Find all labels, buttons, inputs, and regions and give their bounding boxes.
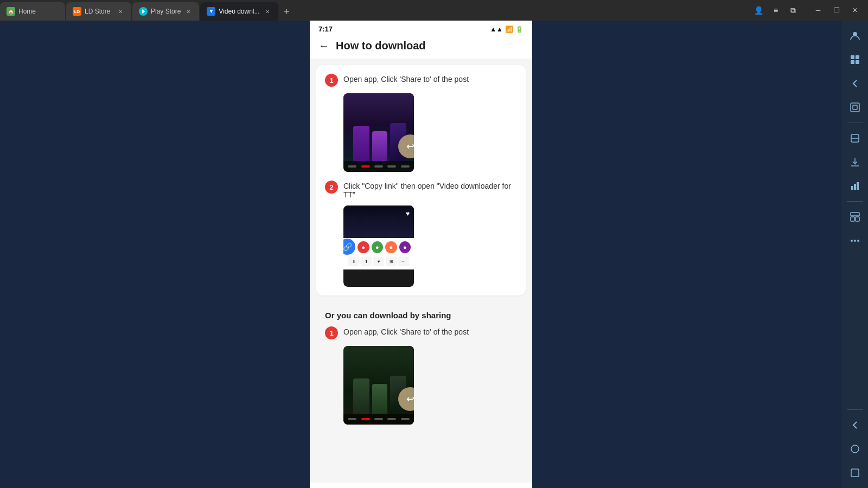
restore-window-icon[interactable]: ⧉ — [786, 3, 801, 18]
battery-icon: 🔋 — [515, 25, 524, 33]
new-tab-button[interactable]: + — [279, 4, 295, 20]
svg-rect-13 — [854, 184, 856, 190]
step-2-image: ♥ 🔗 ● ● ● ● ⬇ ⬆ — [343, 206, 414, 287]
ctrl-dot-1 — [348, 165, 356, 168]
tab-ld-store[interactable]: LD LD Store ✕ — [66, 2, 131, 21]
copy-link-button[interactable]: 🔗 — [343, 239, 355, 255]
content-area[interactable]: 1 Open app, Click 'Share to' of the post — [310, 59, 532, 483]
svg-rect-7 — [851, 103, 859, 112]
tabs-bar: 🏠 Home LD LD Store ✕ Play Store ✕ ▼ Vide… — [0, 0, 746, 21]
browser-controls: 👤 ≡ ⧉ — [746, 3, 805, 18]
tab-home-label: Home — [18, 8, 59, 15]
restore-button[interactable]: ❐ — [828, 0, 845, 21]
share-action-1: ⬇ — [348, 256, 359, 266]
alt-step-1-badge: 1 — [325, 326, 338, 339]
hamburger-icon[interactable]: ≡ — [768, 3, 783, 18]
alt-ctrl-dot-1 — [348, 418, 356, 420]
step-1-screenshot: ↩ — [343, 93, 517, 172]
svg-rect-14 — [857, 182, 859, 190]
close-button[interactable]: ✕ — [846, 0, 864, 21]
window-controls: ─ ❐ ✕ — [805, 0, 868, 21]
alt-step-1-text: Open app, Click 'Share to' of the post — [343, 326, 469, 336]
step-1-row: 1 Open app, Click 'Share to' of the post — [325, 74, 517, 87]
sidebar-layout-icon[interactable] — [844, 206, 866, 228]
status-bar: 7:17 ▲▲ 📶 🔋 — [310, 21, 532, 35]
video-thumbnail-1 — [343, 93, 414, 172]
sidebar-back-nav-icon[interactable] — [844, 414, 866, 436]
sidebar-circle-icon[interactable] — [844, 438, 866, 460]
alt-ctrl-dot-4 — [387, 418, 396, 420]
tab-video-label: Video downl... — [219, 8, 259, 15]
signal-icon: 📶 — [505, 25, 513, 33]
sidebar-square-icon[interactable] — [844, 462, 866, 484]
back-button[interactable]: ← — [318, 40, 329, 52]
tab-play-close[interactable]: ✕ — [184, 7, 193, 16]
step-1-text: Open app, Click 'Share to' of the post — [343, 74, 469, 84]
sidebar-screenshot-icon[interactable] — [844, 97, 866, 118]
instruction-card-1: 1 Open app, Click 'Share to' of the post — [316, 65, 526, 296]
home-tab-icon: 🏠 — [7, 7, 15, 16]
share-icon-purple: ● — [399, 241, 411, 253]
app-header: ← How to download — [310, 35, 532, 59]
svg-rect-3 — [851, 55, 854, 59]
svg-rect-8 — [853, 105, 857, 110]
figure-1 — [353, 126, 369, 161]
svg-rect-12 — [851, 186, 853, 190]
tab-home[interactable]: 🏠 Home — [0, 2, 65, 21]
sidebar-more-icon[interactable] — [844, 230, 866, 252]
share-icon-orange: ● — [385, 241, 397, 253]
alt-video-thumbnail — [343, 346, 414, 425]
minimize-button[interactable]: ─ — [809, 0, 827, 21]
sidebar-crop-icon[interactable] — [844, 127, 866, 149]
right-sidebar — [842, 21, 868, 488]
status-icons: ▲▲ 📶 🔋 — [490, 25, 524, 33]
sidebar-avatar-icon[interactable] — [844, 25, 866, 47]
step-2-row: 2 Click "Copy link" then open "Video dow… — [325, 181, 517, 199]
sidebar-divider-3 — [847, 409, 863, 410]
phone-frame: 7:17 ▲▲ 📶 🔋 ← How to download 1 Open app… — [310, 21, 532, 488]
tab-play-store[interactable]: Play Store ✕ — [132, 2, 199, 21]
ctrl-dot-5 — [401, 165, 410, 168]
share-icon-green: ● — [372, 241, 384, 253]
sidebar-download-icon[interactable] — [844, 151, 866, 173]
video-dl-tab-icon: ▼ — [207, 7, 215, 16]
wifi-icon: ▲▲ — [490, 25, 503, 33]
svg-point-20 — [857, 240, 859, 242]
share-actions-row: ⬇ ⬆ ♥ ⊞ ⋯ — [347, 256, 411, 266]
svg-rect-4 — [856, 55, 859, 59]
step-1-image: ↩ — [343, 93, 414, 172]
svg-rect-16 — [851, 217, 854, 221]
tab-video-dl[interactable]: ▼ Video downl... ✕ — [200, 2, 278, 21]
svg-point-21 — [851, 445, 859, 453]
sidebar-chart-icon[interactable] — [844, 175, 866, 197]
status-time: 7:17 — [318, 25, 333, 33]
main-area: 7:17 ▲▲ 📶 🔋 ← How to download 1 Open app… — [0, 21, 842, 488]
accounts-icon[interactable]: 👤 — [751, 3, 766, 18]
ld-tab-icon: LD — [73, 7, 81, 16]
alt-step-1-image: ↩ — [343, 346, 414, 425]
svg-point-18 — [851, 240, 853, 242]
sidebar-divider-1 — [847, 123, 863, 123]
sidebar-bottom — [844, 407, 866, 484]
share-icons-row: 🔗 ● ● ● ● — [347, 241, 411, 253]
browser-chrome: 🏠 Home LD LD Store ✕ Play Store ✕ ▼ Vide… — [0, 0, 868, 21]
svg-rect-6 — [856, 60, 859, 64]
alt-ctrl-dot-3 — [374, 418, 383, 420]
page-title: How to download — [336, 40, 426, 52]
share-video-thumb: ♥ — [343, 206, 414, 238]
ctrl-dot-3 — [374, 165, 383, 168]
step-1-badge: 1 — [325, 74, 338, 87]
alt-ctrl-dot-5 — [401, 418, 410, 420]
ctrl-dot-2 — [361, 165, 370, 168]
step-2-screenshot: ♥ 🔗 ● ● ● ● ⬇ ⬆ — [343, 206, 517, 287]
alt-step-1-row: 1 Open app, Click 'Share to' of the post — [325, 326, 517, 339]
video-controls-bar — [343, 161, 414, 172]
share-action-5: ⋯ — [398, 256, 409, 266]
figure-2 — [372, 131, 387, 161]
tab-ld-close[interactable]: ✕ — [116, 7, 125, 16]
sidebar-grid-icon[interactable] — [844, 49, 866, 70]
sidebar-back-icon[interactable] — [844, 73, 866, 94]
tab-video-close[interactable]: ✕ — [263, 7, 272, 16]
share-icon-red: ● — [358, 241, 369, 253]
alt-step-1-screenshot: ↩ — [343, 346, 517, 425]
